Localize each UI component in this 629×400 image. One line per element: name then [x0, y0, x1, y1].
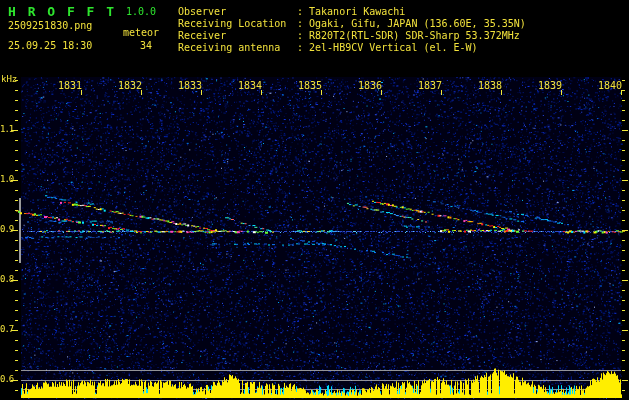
freq-tick-label: 0.8 [0, 274, 13, 284]
app-version: 1.0.0 [126, 6, 156, 17]
output-filename: 2509251830.png [8, 20, 92, 31]
app-title: H R O F F T [8, 4, 116, 19]
datetime-label: 25.09.25 18:30 [8, 40, 92, 51]
spectrogram-canvas [0, 0, 629, 400]
time-tick-label: 1840 [597, 80, 623, 91]
time-tick-label: 1839 [537, 80, 563, 91]
info-label: Receiving antenna [178, 42, 297, 54]
info-value: : Takanori Kawachi [297, 6, 405, 18]
info-value: : Ogaki, Gifu, JAPAN (136.60E, 35.35N) [297, 18, 526, 30]
echo-count: 34 [140, 40, 152, 51]
station-info-table: Observer: Takanori KawachiReceiving Loca… [178, 6, 526, 54]
info-value: : 2el-HB9CV Vertical (el. E-W) [297, 42, 478, 54]
info-value: : R820T2(RTL-SDR) SDR-Sharp 53.372MHz [297, 30, 520, 42]
freq-tick-label: 1.1 [0, 124, 13, 134]
station-info-row: Receiver: R820T2(RTL-SDR) SDR-Sharp 53.3… [178, 30, 526, 42]
freq-tick-label: 1.0 [0, 174, 13, 184]
station-info-row: Receiving antenna: 2el-HB9CV Vertical (e… [178, 42, 526, 54]
freq-tick-label: 0.6 [0, 374, 13, 384]
time-tick-label: 1834 [237, 80, 263, 91]
time-tick-label: 1831 [57, 80, 83, 91]
time-tick-label: 1838 [477, 80, 503, 91]
hrofft-window: H R O F F T 1.0.0 2509251830.png meteor … [0, 0, 629, 400]
info-label: Receiving Location [178, 18, 297, 30]
time-tick-label: 1832 [117, 80, 143, 91]
info-label: Observer [178, 6, 297, 18]
station-info-row: Observer: Takanori Kawachi [178, 6, 526, 18]
freq-tick-label: 0.9 [0, 224, 13, 234]
time-tick-label: 1836 [357, 80, 383, 91]
info-label: Receiver [178, 30, 297, 42]
time-tick-label: 1837 [417, 80, 443, 91]
freq-unit-label: kHz [1, 74, 17, 84]
station-info-row: Receiving Location: Ogaki, Gifu, JAPAN (… [178, 18, 526, 30]
time-tick-label: 1835 [297, 80, 323, 91]
mode-label: meteor [123, 27, 159, 38]
freq-tick-label: 0.7 [0, 324, 13, 334]
time-tick-label: 1833 [177, 80, 203, 91]
